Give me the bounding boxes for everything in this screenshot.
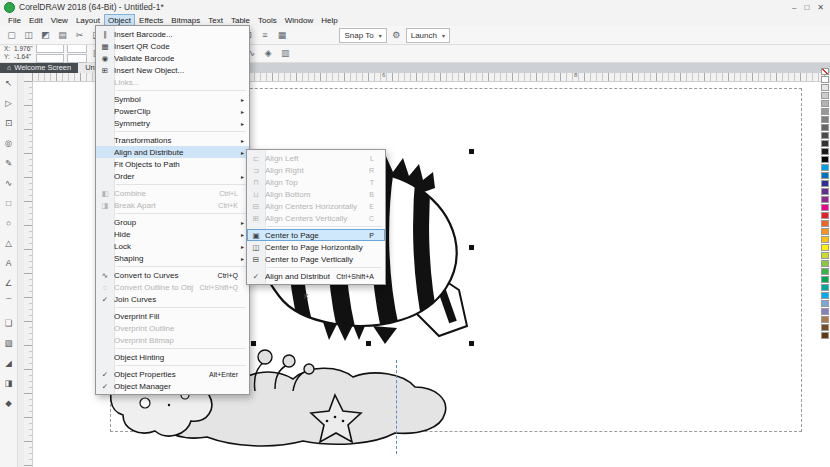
menu-tools[interactable]: Tools: [254, 14, 281, 27]
options-gear-icon[interactable]: ⚙: [389, 28, 404, 42]
show-grid-icon[interactable]: ▦: [274, 28, 289, 42]
drop-shadow-tool[interactable]: ❏: [2, 316, 15, 329]
color-swatch[interactable]: [821, 228, 829, 235]
color-swatch[interactable]: [821, 148, 829, 155]
show-rulers-icon[interactable]: ≡: [257, 28, 272, 42]
snap-to-select[interactable]: Snap To ▾: [339, 28, 386, 43]
menu-view[interactable]: View: [47, 14, 72, 27]
color-swatch[interactable]: [821, 316, 829, 323]
object-menu-item-align-and-distribute[interactable]: Align and Distribute: [96, 146, 249, 158]
object-menu-item-insert-qr-code[interactable]: ▦ Insert QR Code: [96, 40, 249, 52]
pick-tool[interactable]: ↖: [2, 76, 15, 89]
smart-fill-tool[interactable]: ◆: [2, 396, 15, 409]
color-eyedropper-tool[interactable]: ◢: [2, 356, 15, 369]
object-menu-item-join-curves[interactable]: ✓ Join Curves: [96, 293, 249, 305]
color-swatch[interactable]: [821, 68, 829, 75]
color-swatch[interactable]: [821, 164, 829, 171]
zoom-tool[interactable]: ◎: [2, 136, 15, 149]
object-menu-item-transformations[interactable]: Transformations: [96, 134, 249, 146]
object-menu-item-validate-barcode[interactable]: ◉ Validate Barcode: [96, 52, 249, 64]
color-swatch[interactable]: [821, 284, 829, 291]
transparency-tool[interactable]: ▨: [2, 336, 15, 349]
selection-handle[interactable]: [251, 341, 256, 346]
text-tool[interactable]: A: [2, 256, 15, 269]
color-swatch[interactable]: [821, 236, 829, 243]
object-options-button[interactable]: ▥: [278, 46, 293, 60]
object-menu-item-break-apart[interactable]: ◨ Break Apart Ctrl+K: [96, 199, 249, 211]
object-menu-item-convert-to-curves[interactable]: ∿ Convert to Curves Ctrl+Q: [96, 269, 249, 281]
new-document-icon[interactable]: ▢: [4, 28, 19, 42]
shape-tool[interactable]: ▷: [2, 96, 15, 109]
selection-handle[interactable]: [469, 341, 474, 346]
color-swatch[interactable]: [821, 180, 829, 187]
object-menu-item-overprint-fill[interactable]: Overprint Fill: [96, 310, 249, 322]
object-menu-item-order[interactable]: Order: [96, 170, 249, 182]
menu-window[interactable]: Window: [281, 14, 317, 27]
color-swatch[interactable]: [821, 140, 829, 147]
color-swatch[interactable]: [821, 308, 829, 315]
color-swatch[interactable]: [821, 220, 829, 227]
object-menu-item-overprint-outline[interactable]: Overprint Outline: [96, 322, 249, 334]
color-swatch[interactable]: [821, 92, 829, 99]
object-menu-item-links[interactable]: Links...: [96, 76, 249, 88]
color-swatch[interactable]: [821, 252, 829, 259]
open-icon[interactable]: ◫: [21, 28, 36, 42]
color-swatch[interactable]: [821, 76, 829, 83]
menu-help[interactable]: Help: [317, 14, 341, 27]
color-swatch[interactable]: [821, 276, 829, 283]
color-swatch[interactable]: [821, 332, 829, 339]
object-menu-item-hide[interactable]: Hide: [96, 228, 249, 240]
selection-handle[interactable]: [469, 245, 474, 250]
close-button[interactable]: ✕: [817, 3, 824, 12]
align-menu-item-align-centers-horizontally[interactable]: ⊟ Align Centers Horizontally E: [247, 200, 385, 212]
cut-icon[interactable]: ✂: [72, 28, 87, 42]
color-swatch[interactable]: [821, 188, 829, 195]
parallel-dimension-tool[interactable]: ∠: [2, 276, 15, 289]
menu-edit[interactable]: Edit: [25, 14, 47, 27]
color-swatch[interactable]: [821, 244, 829, 251]
minimize-button[interactable]: –: [792, 3, 796, 12]
color-swatch[interactable]: [821, 292, 829, 299]
vertical-ruler[interactable]: [24, 81, 33, 467]
object-menu-item-object-manager[interactable]: ✓ Object Manager: [96, 380, 249, 392]
color-swatch[interactable]: [821, 268, 829, 275]
align-menu-item-align-bottom[interactable]: ⊔ Align Bottom B: [247, 188, 385, 200]
object-menu-item-group[interactable]: Group: [96, 216, 249, 228]
color-swatch[interactable]: [821, 124, 829, 131]
tab-welcome-screen[interactable]: ⌂ Welcome Screen: [0, 62, 78, 73]
color-swatch[interactable]: [821, 100, 829, 107]
object-menu-item-insert-barcode[interactable]: ∥ Insert Barcode...: [96, 28, 249, 40]
interactive-fill-tool[interactable]: ◨: [2, 376, 15, 389]
object-menu-item-shaping[interactable]: Shaping: [96, 252, 249, 264]
freehand-tool[interactable]: ✎: [2, 156, 15, 169]
object-position-fields[interactable]: X:1.976" Y:-1.64": [4, 45, 33, 61]
align-menu-item-align-top[interactable]: ⊓ Align Top T: [247, 176, 385, 188]
menu-file[interactable]: File: [4, 14, 25, 27]
color-swatch[interactable]: [821, 108, 829, 115]
object-menu-item-fit-objects-to-path[interactable]: Fit Objects to Path: [96, 158, 249, 170]
object-menu-item-convert-outline-to-object[interactable]: ○ Convert Outline to Object Ctrl+Shift+Q: [96, 281, 249, 293]
crop-tool[interactable]: ⊡: [2, 116, 15, 129]
color-swatch[interactable]: [821, 156, 829, 163]
align-menu-item-center-to-page-horizontally[interactable]: ◫ Center to Page Horizontally: [247, 241, 385, 253]
object-menu-item-object-hinting[interactable]: Object Hinting: [96, 351, 249, 363]
object-menu-item-lock[interactable]: Lock: [96, 240, 249, 252]
object-menu-item-powerclip[interactable]: PowerClip: [96, 105, 249, 117]
object-menu-item-symbol[interactable]: Symbol: [96, 93, 249, 105]
color-swatch[interactable]: [821, 300, 829, 307]
selection-handle[interactable]: [469, 149, 474, 154]
rectangle-tool[interactable]: □: [2, 196, 15, 209]
object-menu-item-overprint-bitmap[interactable]: Overprint Bitmap: [96, 334, 249, 346]
align-menu-item-align-and-distribute[interactable]: ✓ Align and Distribute Ctrl+Shift+A: [247, 270, 385, 282]
align-menu-item-align-left[interactable]: ⊏ Align Left L: [247, 152, 385, 164]
object-height-field[interactable]: [36, 54, 64, 63]
align-menu-item-align-centers-vertically[interactable]: ⊞ Align Centers Vertically C: [247, 212, 385, 224]
color-swatch[interactable]: [821, 84, 829, 91]
ellipse-tool[interactable]: ○: [2, 216, 15, 229]
vertical-guideline[interactable]: [396, 360, 397, 454]
object-menu-item-combine[interactable]: ◧ Combine Ctrl+L: [96, 187, 249, 199]
color-swatch[interactable]: [821, 132, 829, 139]
object-menu-item-symmetry[interactable]: Symmetry: [96, 117, 249, 129]
save-icon[interactable]: ◩: [38, 28, 53, 42]
connector-tool[interactable]: ⌒: [2, 296, 15, 309]
